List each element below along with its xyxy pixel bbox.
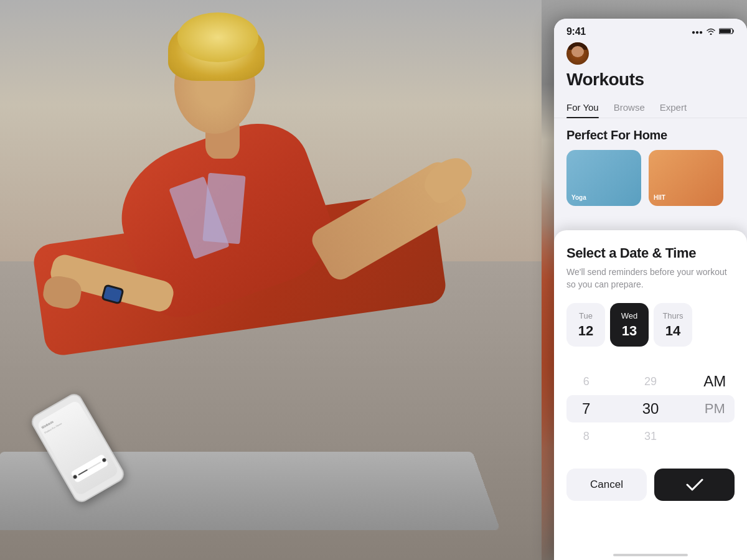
day-tue[interactable]: Tue 12: [566, 303, 605, 347]
day-wed[interactable]: Wed 13: [610, 303, 649, 347]
svg-rect-1: [720, 29, 731, 33]
hour-next: 8: [554, 422, 618, 450]
status-time: 9:41: [566, 26, 586, 37]
ampm-am: AM: [703, 368, 726, 395]
workout-card-1[interactable]: Yoga: [566, 150, 641, 206]
status-bar: 9:41 ●●●: [554, 19, 747, 42]
hour-prev: 6: [554, 368, 618, 395]
workout-cards-row: Yoga HIIT: [554, 150, 747, 216]
modal-buttons: Cancel: [566, 469, 735, 501]
status-icons: ●●●: [692, 27, 735, 37]
confirm-icon: [686, 478, 703, 491]
tab-bar: For You Browse Expert: [554, 97, 747, 118]
avatar[interactable]: [566, 42, 589, 65]
day-wed-name: Wed: [621, 311, 638, 320]
app-header: [554, 42, 747, 70]
ios-panel: 9:41 ●●● Workouts For You Browse Expert …: [554, 19, 747, 560]
datetime-modal: Select a Date & Time We'll send reminder…: [554, 230, 747, 560]
minute-selected: 30: [618, 395, 682, 422]
battery-icon: [719, 27, 735, 36]
time-picker: 6 7 8 29 30 31 AM PM: [554, 359, 747, 459]
signal-icon: ●●●: [692, 29, 703, 35]
minute-prev: 29: [618, 368, 682, 395]
modal-subtitle: We'll send reminders before your workout…: [566, 266, 735, 291]
cancel-button[interactable]: Cancel: [566, 469, 647, 501]
wifi-icon: [706, 27, 716, 37]
day-tue-number: 12: [578, 323, 593, 339]
day-tue-name: Tue: [579, 311, 593, 320]
ampm-column[interactable]: AM PM: [683, 368, 747, 450]
page-title: Workouts: [566, 70, 735, 90]
workout-card-2[interactable]: HIIT: [649, 150, 723, 206]
tab-browse[interactable]: Browse: [614, 97, 645, 118]
section-header: Perfect For Home: [554, 118, 747, 150]
day-selector: Tue 12 Wed 13 Thurs 14: [566, 303, 735, 347]
minute-next: 31: [618, 422, 682, 450]
day-wed-number: 13: [622, 323, 637, 339]
confirm-button[interactable]: [654, 469, 735, 501]
section-title: Perfect For Home: [566, 128, 735, 142]
day-thurs-number: 14: [665, 323, 680, 339]
home-indicator: [613, 554, 688, 556]
tab-expert[interactable]: Expert: [660, 97, 687, 118]
page-title-section: Workouts: [554, 70, 747, 97]
hour-column[interactable]: 6 7 8: [554, 368, 618, 450]
tab-for-you[interactable]: For You: [566, 97, 599, 118]
ampm-pm: PM: [705, 395, 725, 422]
hour-selected: 7: [554, 395, 618, 422]
minute-column[interactable]: 29 30 31: [618, 368, 682, 450]
modal-title: Select a Date & Time: [566, 245, 735, 261]
day-thurs[interactable]: Thurs 14: [654, 303, 692, 347]
day-thurs-name: Thurs: [662, 311, 683, 320]
